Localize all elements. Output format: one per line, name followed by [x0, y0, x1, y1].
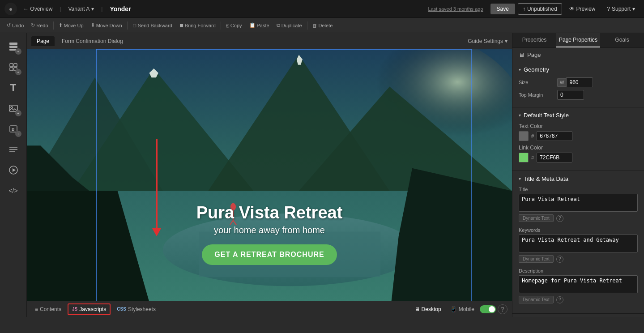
keywords-textarea[interactable]: [519, 235, 638, 252]
desktop-icon: 🖥: [414, 306, 420, 312]
sidebar-tool-list[interactable]: [4, 140, 23, 159]
mobile-button[interactable]: 📱 Mobile: [447, 304, 478, 314]
page-headline[interactable]: Pura Vista Retreat: [196, 203, 343, 222]
preview-button[interactable]: 👁 Preview: [565, 4, 600, 14]
sidebar-tool-video[interactable]: [4, 160, 23, 180]
contents-button[interactable]: ≡ Contents: [31, 304, 65, 314]
send-backward-icon: ◻: [132, 22, 136, 28]
javascripts-button[interactable]: JS Javascripts: [68, 303, 111, 315]
canvas-help-button[interactable]: ?: [498, 304, 508, 314]
sidebar-tool-form[interactable]: B +: [4, 119, 23, 139]
support-button[interactable]: ? Support ▾: [602, 4, 640, 14]
tab-properties[interactable]: Properties: [512, 33, 556, 47]
move-up-button[interactable]: ⬆ Move Up: [55, 21, 87, 30]
top-navigation: ● ← Overview | Variant A ▾ | Yonder Last…: [0, 0, 644, 18]
link-color-swatch[interactable]: [519, 153, 529, 162]
send-backward-button[interactable]: ◻ Send Backward: [129, 21, 175, 30]
keywords-dynamic-help[interactable]: ?: [556, 256, 563, 263]
mobile-toggle[interactable]: [480, 305, 496, 313]
chevron-down-icon: ▾: [91, 6, 94, 12]
description-textarea[interactable]: [519, 275, 638, 293]
width-input[interactable]: [566, 77, 593, 87]
image-badge: +: [15, 110, 21, 116]
canvas-content[interactable]: Pura Vista Retreat your home away from h…: [27, 49, 512, 301]
page-icon-row: 🖥 Page: [512, 48, 644, 62]
tab-goals[interactable]: Goals: [600, 33, 644, 47]
svg-rect-1: [9, 46, 17, 48]
paste-icon: 📋: [249, 22, 256, 28]
sidebar-tool-code[interactable]: </>: [4, 181, 23, 201]
question-icon: ?: [607, 6, 610, 12]
tab-page[interactable]: Page: [31, 36, 55, 46]
keywords-dynamic-text-row: Dynamic Text ?: [519, 255, 638, 263]
nav-divider-2: |: [101, 6, 102, 12]
title-textarea[interactable]: [519, 194, 638, 212]
description-dynamic-text-badge[interactable]: Dynamic Text: [519, 296, 554, 303]
text-style-section-header[interactable]: ▾ Default Text Style: [519, 112, 638, 119]
keywords-field: Keywords Dynamic Text ?: [519, 227, 638, 263]
stylesheets-button[interactable]: CSS Stylesheets: [113, 304, 159, 314]
undo-button[interactable]: ↺ Undo: [4, 21, 27, 30]
move-down-icon: ⬇: [91, 22, 95, 28]
sidebar-tool-image[interactable]: +: [4, 98, 23, 118]
paste-button[interactable]: 📋 Paste: [246, 21, 273, 30]
toolbar-separator-4: [307, 21, 307, 30]
tab-page-properties[interactable]: Page Properties: [556, 33, 600, 47]
keywords-label: Keywords: [519, 227, 638, 233]
description-dynamic-help[interactable]: ?: [556, 296, 563, 303]
save-button[interactable]: Save: [490, 4, 515, 14]
top-margin-input[interactable]: [557, 90, 584, 100]
delete-button[interactable]: 🗑 Delete: [309, 21, 336, 30]
title-meta-section-header[interactable]: ▾ Title & Meta Data: [519, 175, 638, 182]
title-dynamic-text-badge[interactable]: Dynamic Text: [519, 214, 554, 222]
text-color-swatch[interactable]: [519, 131, 529, 141]
geometry-section: ▾ Geometry Size W Top Margin: [512, 62, 644, 107]
title-dynamic-text-row: Dynamic Text ?: [519, 214, 638, 222]
geometry-section-header[interactable]: ▾ Geometry: [519, 66, 638, 73]
link-color-label: Link Color: [519, 145, 638, 151]
redo-button[interactable]: ↻ Redo: [28, 21, 51, 30]
unpublished-button[interactable]: ↑ Unpublished: [518, 3, 562, 15]
link-color-input[interactable]: [537, 153, 572, 162]
sidebar-tool-widget[interactable]: +: [4, 57, 23, 77]
guide-settings-button[interactable]: Guide Settings ▾: [468, 38, 508, 44]
sidebar-tool-section[interactable]: +: [4, 37, 23, 56]
svg-text:B: B: [12, 127, 15, 132]
title-field: Title Dynamic Text ?: [519, 187, 638, 222]
svg-rect-0: [9, 43, 17, 45]
sidebar-tool-text[interactable]: T: [4, 78, 23, 98]
last-saved-label[interactable]: Last saved 3 months ago: [428, 6, 483, 12]
bring-forward-icon: ◼: [179, 22, 183, 28]
move-up-icon: ⬆: [59, 22, 63, 28]
main-area: + + T + B + </> Page Form Con: [0, 33, 644, 317]
svg-rect-4: [14, 64, 17, 67]
keywords-dynamic-text-badge[interactable]: Dynamic Text: [519, 255, 554, 263]
undo-icon: ↺: [7, 22, 11, 28]
title-dynamic-help[interactable]: ?: [556, 215, 563, 222]
copy-icon: ⎘: [226, 23, 229, 28]
variant-selector[interactable]: Variant A ▾: [64, 4, 98, 14]
canvas-area: Page Form Confirmation Dialog Guide Sett…: [27, 33, 512, 317]
tab-form-confirmation[interactable]: Form Confirmation Dialog: [56, 36, 128, 46]
nav-divider: |: [60, 6, 61, 12]
copy-button[interactable]: ⎘ Copy: [223, 21, 245, 30]
default-text-style-section: ▾ Default Text Style Text Color # Link C…: [512, 107, 644, 171]
chevron-down-meta: ▾: [519, 176, 521, 181]
move-down-button[interactable]: ⬇ Move Down: [88, 21, 125, 30]
eye-icon: 👁: [569, 6, 575, 12]
width-input-group: W: [557, 77, 593, 87]
page-title: Yonder: [106, 5, 134, 13]
cta-button[interactable]: GET A RETREAT BROCHURE: [202, 244, 337, 265]
bring-forward-button[interactable]: ◼ Bring Forward: [176, 21, 219, 30]
right-panel: Properties Page Properties Goals 🖥 Page …: [512, 33, 644, 317]
edit-toolbar: ↺ Undo ↻ Redo ⬆ Move Up ⬇ Move Down ◻ Se…: [0, 18, 644, 33]
page-subheadline[interactable]: your home away from home: [214, 225, 325, 235]
desktop-button[interactable]: 🖥 Desktop: [411, 304, 445, 314]
text-color-hash: #: [531, 133, 534, 139]
chevron-down-text-style: ▾: [519, 113, 521, 118]
duplicate-button[interactable]: ⧉ Duplicate: [273, 21, 305, 30]
brand-logo[interactable]: ●: [4, 3, 17, 15]
size-row: Size W: [519, 77, 638, 87]
text-color-input[interactable]: [537, 131, 572, 141]
overview-back-button[interactable]: ← Overview: [20, 4, 56, 14]
